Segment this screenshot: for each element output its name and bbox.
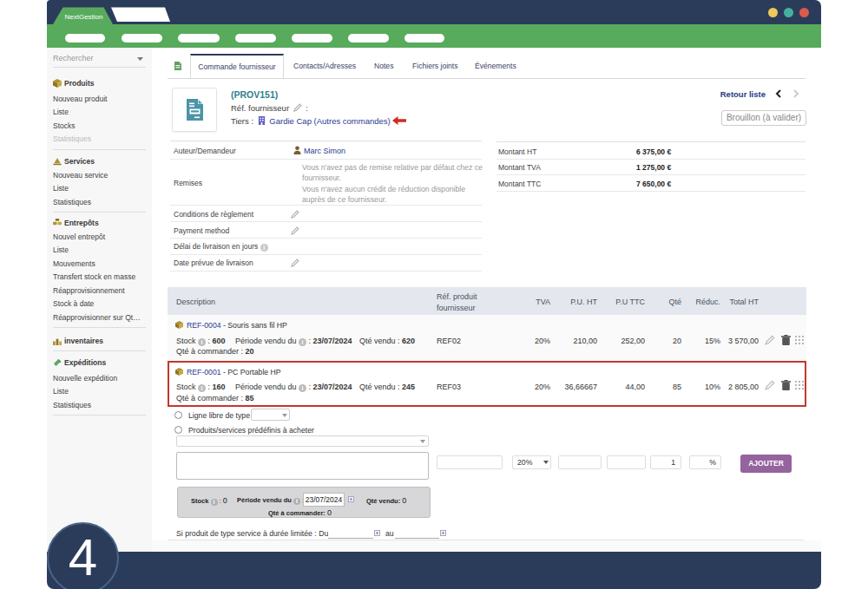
svg-text:NextGestion: NextGestion [64, 13, 102, 21]
